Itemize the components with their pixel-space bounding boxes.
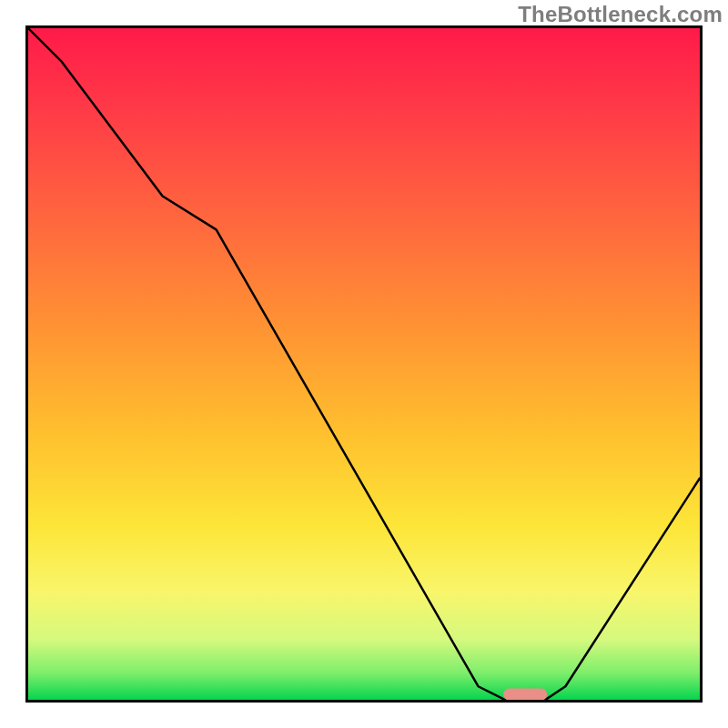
- chart-container: TheBottleneck.com: [0, 0, 728, 728]
- plot-svg: [28, 28, 700, 700]
- optimum-marker: [503, 688, 547, 700]
- watermark-text: TheBottleneck.com: [518, 2, 723, 27]
- bottleneck-curve: [28, 28, 700, 700]
- plot-area: [25, 25, 703, 703]
